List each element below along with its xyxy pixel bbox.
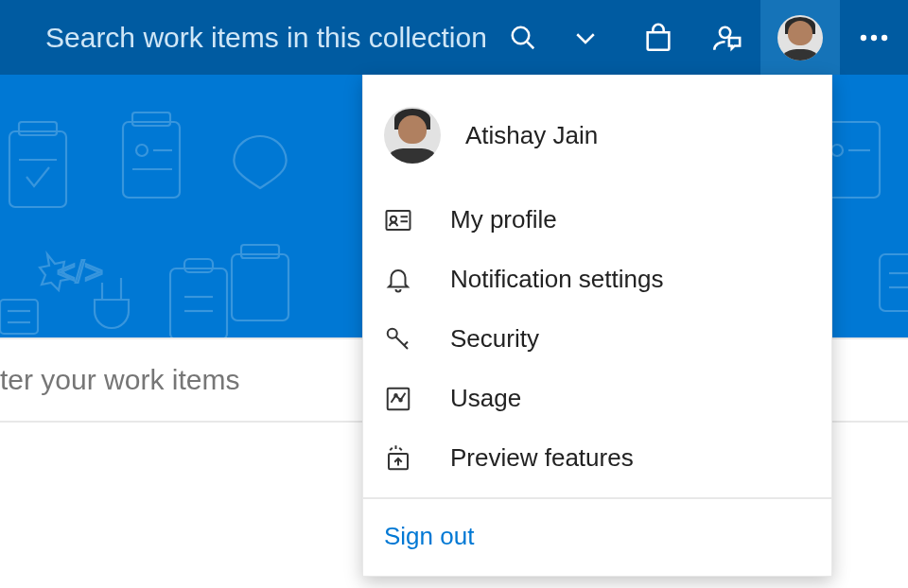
sign-out-link[interactable]: Sign out: [384, 522, 474, 550]
svg-point-3: [861, 34, 866, 40]
topbar-actions: [624, 0, 908, 75]
svg-point-42: [399, 399, 402, 402]
menu-item-label: Preview features: [450, 443, 634, 473]
user-menu-list: My profile Notification settings Securit…: [363, 182, 831, 497]
svg-rect-24: [0, 300, 38, 334]
svg-line-39: [404, 341, 408, 345]
svg-rect-6: [9, 131, 66, 207]
svg-point-5: [882, 34, 887, 40]
menu-item-label: My profile: [450, 205, 557, 234]
search-icon[interactable]: [509, 24, 537, 52]
key-icon: [384, 325, 429, 354]
svg-point-41: [394, 394, 397, 397]
svg-rect-7: [19, 122, 57, 135]
svg-point-11: [136, 145, 148, 156]
svg-line-45: [390, 447, 393, 450]
svg-line-1: [527, 42, 533, 48]
svg-rect-18: [170, 268, 227, 337]
search-placeholder: Search work items in this collection: [45, 22, 509, 54]
avatar: [384, 107, 441, 164]
marketplace-button[interactable]: [624, 0, 692, 75]
more-button[interactable]: [840, 0, 908, 75]
svg-rect-19: [184, 259, 213, 272]
chart-icon: [384, 385, 429, 413]
svg-point-4: [871, 34, 877, 40]
svg-point-28: [831, 145, 843, 156]
user-menu-button[interactable]: [760, 0, 840, 75]
avatar: [777, 15, 823, 61]
menu-item-preview-features[interactable]: Preview features: [363, 428, 831, 488]
svg-point-2: [720, 26, 730, 37]
svg-rect-9: [123, 122, 180, 198]
menu-item-security[interactable]: Security: [363, 309, 831, 369]
menu-item-usage[interactable]: Usage: [363, 369, 831, 428]
preview-icon: [384, 444, 429, 473]
user-menu-footer: Sign out: [363, 497, 831, 576]
bell-icon: [384, 266, 429, 294]
svg-rect-10: [132, 112, 170, 126]
profile-card-icon: [384, 206, 429, 234]
topbar: Search work items in this collection: [0, 0, 908, 75]
user-name: Atishay Jain: [465, 121, 598, 150]
svg-point-37: [388, 328, 397, 337]
search-icon-group: [509, 24, 617, 52]
svg-rect-30: [880, 254, 908, 311]
menu-item-notification-settings[interactable]: Notification settings: [363, 250, 831, 309]
user-menu-dropdown: Atishay Jain My profile: [362, 75, 832, 577]
svg-point-34: [391, 216, 396, 221]
menu-item-label: Notification settings: [450, 265, 663, 294]
search-input[interactable]: Search work items in this collection: [0, 0, 624, 75]
menu-item-label: Security: [450, 324, 539, 354]
menu-item-label: Usage: [450, 384, 521, 413]
user-feedback-button[interactable]: [692, 0, 760, 75]
svg-rect-15: [241, 245, 279, 258]
chevron-down-icon[interactable]: [571, 24, 600, 52]
filter-placeholder: ter your work items: [0, 364, 239, 396]
user-menu-header: Atishay Jain: [363, 94, 831, 182]
svg-line-47: [399, 447, 402, 450]
svg-rect-14: [232, 254, 288, 320]
svg-point-0: [513, 26, 530, 43]
menu-item-my-profile[interactable]: My profile: [363, 190, 831, 250]
